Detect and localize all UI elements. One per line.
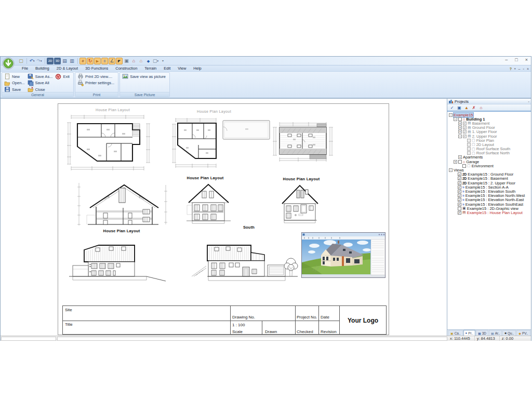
tree-checkbox[interactable]: ✓ xyxy=(458,190,461,193)
child-restore-button[interactable]: ▫ xyxy=(523,67,524,71)
panel-tab-ca[interactable]: ▣Ca.. xyxy=(448,330,463,336)
new-drawing-icon[interactable]: ▢ xyxy=(18,58,24,64)
tree-checkbox[interactable]: ✓ xyxy=(458,177,461,180)
edit-tool-icon[interactable]: ▲ xyxy=(463,105,470,111)
app-menu-button[interactable] xyxy=(2,57,15,70)
menu-construction[interactable]: Construction xyxy=(112,66,141,71)
panel-tab-pv[interactable]: ◆PV.. xyxy=(516,330,530,336)
tree-checkbox[interactable]: ✓ xyxy=(463,130,467,134)
elevation-view-1[interactable] xyxy=(187,182,231,226)
tree-expander-icon[interactable]: − xyxy=(458,135,462,138)
roof-tool-icon[interactable]: ⌂ xyxy=(130,58,137,64)
panel-tab-3d[interactable]: ▦3D xyxy=(476,330,488,336)
view-3d-icon[interactable]: 3D xyxy=(54,58,61,64)
clipboard-tool-icon[interactable]: ▣ xyxy=(123,58,130,64)
cone-tool-icon[interactable]: ◆ xyxy=(145,58,152,64)
layout-canvas[interactable]: House Plan Layout House Plan Layout Hous… xyxy=(1,99,447,336)
tree-item-example15-house-plan-layout[interactable]: ✓▤Example15 : House Plan Layout xyxy=(447,210,531,215)
printer-settings-button[interactable]: Printer settings... xyxy=(77,80,116,87)
view-2d-icon[interactable]: 2D xyxy=(47,58,54,64)
section-view[interactable] xyxy=(76,181,170,229)
tree-checkbox[interactable] xyxy=(467,139,471,142)
floor-plan-view-2[interactable] xyxy=(171,117,218,169)
grid-snap-icon[interactable]: # xyxy=(79,58,86,64)
elevation-view-2[interactable] xyxy=(69,240,167,285)
tree-checkbox[interactable]: ✓ xyxy=(458,198,461,202)
tree-expander-icon[interactable]: + xyxy=(454,160,457,164)
tree-checkbox[interactable]: ✓ xyxy=(463,122,467,125)
garage-outline-view[interactable] xyxy=(222,120,270,140)
pointer-tool-icon[interactable]: ◤ xyxy=(116,58,123,64)
tree-checkbox[interactable] xyxy=(458,207,461,210)
menu-file[interactable]: File xyxy=(18,66,32,71)
tree-checkbox[interactable]: ✓ xyxy=(458,181,461,185)
dimension-tool-icon[interactable]: ∠ xyxy=(109,58,115,64)
tree-checkbox[interactable]: ✓ xyxy=(458,185,461,189)
split-horizontal-icon[interactable]: ▤ xyxy=(61,58,68,64)
undo-icon[interactable]: ↶▾ xyxy=(29,58,35,64)
tree-checkbox[interactable] xyxy=(458,160,462,164)
menu-terrain[interactable]: Terrain xyxy=(141,66,160,71)
menu-3d-functions[interactable]: 3D Functions xyxy=(82,66,112,71)
new-button[interactable]: New xyxy=(4,73,27,80)
tree-checkbox[interactable]: ✓ xyxy=(458,211,461,215)
print-2d-view-button[interactable]: Print 2D view.... xyxy=(77,73,116,80)
tree-expander-icon[interactable]: − xyxy=(454,117,457,121)
tree-expander-icon[interactable]: + xyxy=(458,122,462,125)
open-button[interactable]: Open... xyxy=(4,80,27,87)
view-image-icon[interactable]: ▣ xyxy=(456,105,462,111)
tree-checkbox[interactable]: ✓ xyxy=(458,194,461,197)
menu-help[interactable]: Help xyxy=(190,66,205,71)
panel-float-icon[interactable]: ▫ xyxy=(528,100,529,103)
redo-construction-icon[interactable]: ↻ xyxy=(87,58,94,64)
floor-plan-view-1[interactable] xyxy=(66,113,162,171)
redo-icon[interactable]: ↷▾ xyxy=(36,58,43,64)
panel-tab-ar[interactable]: ▤Ar.. xyxy=(489,330,502,336)
toolbar-options-icon[interactable]: ▾ xyxy=(159,58,166,64)
embedded-3d-view-image[interactable] xyxy=(301,232,385,278)
exit-button[interactable]: Exit xyxy=(55,73,72,80)
window-maximize-button[interactable]: □ xyxy=(515,57,517,62)
delete-item-icon[interactable]: ✗ xyxy=(471,105,477,111)
tree-checkbox[interactable]: ✓ xyxy=(458,203,461,206)
tree-checkbox[interactable]: ✓ xyxy=(458,172,461,176)
window-close-button[interactable]: × xyxy=(525,57,528,62)
quick-select-icon[interactable]: ▶ xyxy=(94,58,101,64)
elevation-view-3[interactable] xyxy=(191,240,298,285)
new-layer-icon[interactable]: ▢▾ xyxy=(152,58,159,64)
apply-check-icon[interactable]: ✓ xyxy=(449,105,455,111)
ruler-icon[interactable]: ||| xyxy=(101,58,108,64)
save-view-as-picture-button[interactable]: Save view as picture xyxy=(122,73,168,80)
tree-checkbox[interactable] xyxy=(462,164,466,168)
tree-expander-icon[interactable]: + xyxy=(458,130,462,134)
menu-edit[interactable]: Edit xyxy=(160,66,174,71)
tree-checkbox[interactable] xyxy=(467,143,471,147)
panel-tab-qu[interactable]: ■Qu.. xyxy=(502,330,516,336)
split-vertical-icon[interactable]: ▥ xyxy=(69,58,75,64)
tree-expander-icon[interactable]: − xyxy=(449,168,453,172)
tree-checkbox[interactable]: ✓ xyxy=(463,126,467,129)
child-close-button[interactable]: × xyxy=(527,67,529,71)
panel-tab-pr[interactable]: ●Pr.. xyxy=(463,330,475,336)
building-tool-icon[interactable]: ⌂ xyxy=(478,105,484,111)
save-as-button[interactable]: Save As... xyxy=(27,73,55,80)
tree-item-example15[interactable]: −Example15 xyxy=(447,113,531,117)
tree-expander-icon[interactable]: − xyxy=(449,113,453,117)
help-icon[interactable]: ? xyxy=(510,67,512,71)
tree-checkbox[interactable] xyxy=(467,147,471,151)
wall-tool-icon[interactable]: ⌂ xyxy=(138,58,144,64)
menu-building[interactable]: Building xyxy=(32,66,53,71)
child-minimize-button[interactable]: – xyxy=(518,67,521,71)
menu-2d-layout[interactable]: 2D & Layout xyxy=(53,66,82,71)
tree-checkbox[interactable] xyxy=(467,151,471,155)
tree-item-roof-surface-north[interactable]: ▢Roof Surface North xyxy=(447,151,531,155)
tree-checkbox[interactable]: ✓ xyxy=(463,135,467,138)
tree-expander-icon[interactable]: + xyxy=(458,126,462,129)
tree-checkbox[interactable] xyxy=(458,117,462,121)
save-all-button[interactable]: Save All xyxy=(27,80,55,87)
tree-expander-icon[interactable]: + xyxy=(458,155,462,159)
floor-plan-view-3[interactable] xyxy=(272,121,334,163)
help-caret-icon[interactable]: ▾ xyxy=(514,67,516,70)
elevation-view-south[interactable] xyxy=(281,183,320,224)
tree-item-apartments[interactable]: +Apartments xyxy=(447,155,531,159)
